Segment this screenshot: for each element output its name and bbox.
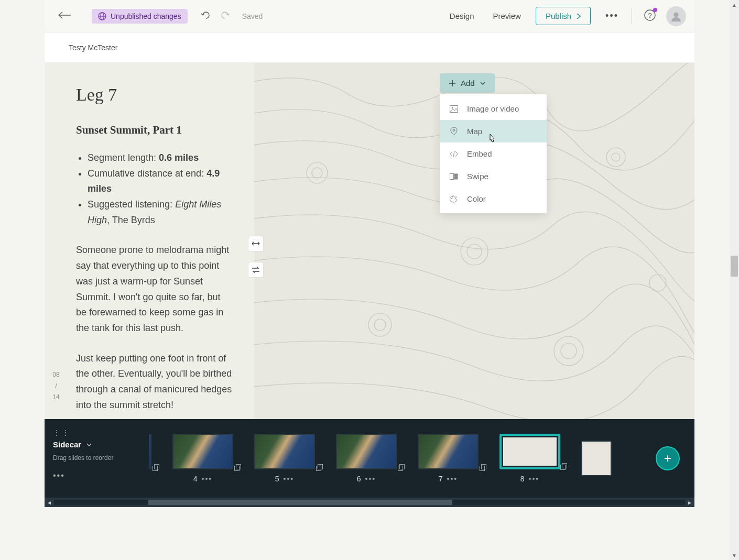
scroll-thumb[interactable] (731, 256, 738, 277)
author-name[interactable]: Testy McTester (69, 43, 117, 52)
dropdown-item-swipe[interactable]: Swipe (440, 165, 547, 188)
dropdown-item-embed[interactable]: Embed (440, 142, 547, 165)
slide-more-button[interactable]: ••• (529, 475, 540, 483)
svg-rect-33 (400, 465, 405, 469)
slide-thumbnail[interactable]: 6••• (336, 434, 397, 483)
svg-point-24 (452, 196, 453, 197)
stats-list[interactable]: Segment length: 0.6 miles Cumulative dis… (76, 150, 233, 228)
dropdown-item-map[interactable]: Map (440, 120, 547, 142)
slide-thumbnail[interactable] (581, 441, 612, 476)
slide-more-button[interactable]: ••• (284, 475, 295, 483)
slide-more-button[interactable]: ••• (447, 475, 458, 483)
dropdown-label: Map (467, 127, 482, 136)
slide-number: 6 (357, 475, 361, 483)
reorder-hint: Drag slides to reorder (53, 454, 141, 462)
scroll-right-button[interactable]: ► (685, 500, 694, 506)
design-tab[interactable]: Design (450, 12, 474, 20)
map-pin-icon (449, 127, 459, 136)
slide-number: 5 (275, 475, 279, 483)
filmstrip: ⋮⋮ Sidecar Drag slides to reorder ••• 3•… (45, 419, 694, 498)
svg-text:?: ? (648, 12, 651, 19)
section-title[interactable]: Sunset Summit, Part 1 (76, 124, 233, 137)
unpublished-label: Unpublished changes (111, 12, 181, 20)
svg-point-5 (674, 12, 679, 17)
block-more-button[interactable]: ••• (53, 471, 141, 480)
swap-panel-button[interactable] (248, 262, 264, 278)
image-icon (449, 105, 459, 113)
add-media-button[interactable]: Add (440, 73, 495, 93)
svg-point-25 (454, 196, 455, 197)
duplicate-icon[interactable] (560, 463, 568, 473)
slide-number: 4 (193, 475, 198, 483)
unpublished-changes-badge[interactable]: Unpublished changes (92, 9, 188, 24)
help-button[interactable]: ? (644, 9, 656, 23)
listening-label: Suggested listening: (88, 199, 175, 210)
filmstrip-scrollbar[interactable]: ◄ ► (45, 498, 694, 507)
slide-number: 7 (439, 475, 443, 483)
duplicate-icon[interactable] (153, 464, 160, 474)
slide-thumbnail[interactable]: 7••• (418, 434, 479, 483)
slide-thumbnail-selected[interactable]: 8••• (499, 434, 560, 483)
slides-track[interactable]: 3••• 4••• 5••• 6••• 7••• 8••• (149, 419, 694, 498)
leg-title[interactable]: Leg 7 (76, 85, 233, 105)
saved-status: Saved (242, 12, 263, 20)
svg-point-20 (453, 129, 455, 131)
cumulative-label: Cumulative distance at end: (88, 168, 207, 179)
slide-thumbnail[interactable]: 5••• (254, 434, 315, 483)
window-scrollbar[interactable]: ▲ ▼ (730, 0, 739, 560)
publish-button[interactable]: Publish (536, 7, 591, 25)
block-type-label[interactable]: Sidecar (53, 440, 81, 449)
dropdown-item-image-video[interactable]: Image or video (440, 97, 547, 120)
preview-tab[interactable]: Preview (493, 12, 521, 20)
add-media-dropdown: Image or video Map Embed Swipe Color (440, 94, 547, 213)
page-current: 08 (51, 369, 61, 381)
duplicate-icon[interactable] (316, 464, 323, 474)
segment-length-item: Segment length: 0.6 miles (88, 150, 233, 166)
duplicate-icon[interactable] (480, 464, 487, 474)
scroll-up-button[interactable]: ▲ (730, 0, 739, 9)
scroll-thumb[interactable] (148, 500, 452, 505)
back-button[interactable] (53, 8, 76, 24)
slide-thumbnail[interactable]: 3••• (149, 434, 151, 483)
scroll-down-button[interactable]: ▼ (730, 551, 739, 560)
chevron-down-icon[interactable] (86, 443, 92, 446)
paragraph-1[interactable]: Someone prone to melodrama might say tha… (76, 243, 233, 336)
scroll-left-button[interactable]: ◄ (45, 500, 54, 506)
media-area[interactable]: Add Image or video Map Embed (254, 63, 694, 419)
slide-thumbnail[interactable]: 4••• (172, 434, 233, 483)
add-slide-button[interactable]: + (656, 446, 680, 470)
resize-panel-button[interactable] (248, 236, 264, 251)
svg-rect-34 (480, 466, 485, 471)
listening-item: Suggested listening: Eight Miles High, T… (88, 197, 233, 228)
more-menu-button[interactable]: ••• (605, 10, 618, 21)
dropdown-label: Color (467, 194, 486, 203)
divider (631, 8, 632, 25)
redo-button[interactable] (220, 11, 230, 21)
undo-button[interactable] (201, 11, 211, 21)
paragraph-2[interactable]: Just keep putting one foot in front of t… (76, 351, 233, 413)
publish-label: Publish (546, 12, 571, 20)
duplicate-icon[interactable] (234, 464, 242, 474)
scroll-track[interactable] (730, 9, 739, 551)
narrative-panel: Leg 7 Sunset Summit, Part 1 Segment leng… (45, 63, 254, 419)
svg-point-23 (451, 198, 452, 199)
topbar: Unpublished changes Saved Design Preview… (45, 0, 694, 32)
globe-icon (98, 12, 106, 20)
drag-handle-icon[interactable]: ⋮⋮ (53, 429, 141, 437)
slide-more-button[interactable]: ••• (365, 475, 376, 483)
undo-redo-group (201, 11, 230, 21)
add-label: Add (461, 79, 475, 87)
dropdown-item-color[interactable]: Color (440, 188, 547, 210)
svg-rect-30 (317, 466, 321, 471)
slide-more-button[interactable]: ••• (202, 475, 213, 483)
dropdown-label: Image or video (467, 104, 519, 113)
avatar-button[interactable] (666, 6, 686, 26)
listening-artist: , The Byrds (107, 215, 155, 225)
duplicate-icon[interactable] (398, 464, 405, 474)
svg-rect-37 (562, 464, 567, 468)
svg-rect-22 (454, 173, 458, 179)
svg-rect-26 (153, 466, 158, 471)
scroll-track[interactable] (54, 500, 685, 505)
cumulative-item: Cumulative distance at end: 4.9 miles (88, 166, 233, 197)
notification-dot (653, 8, 657, 12)
